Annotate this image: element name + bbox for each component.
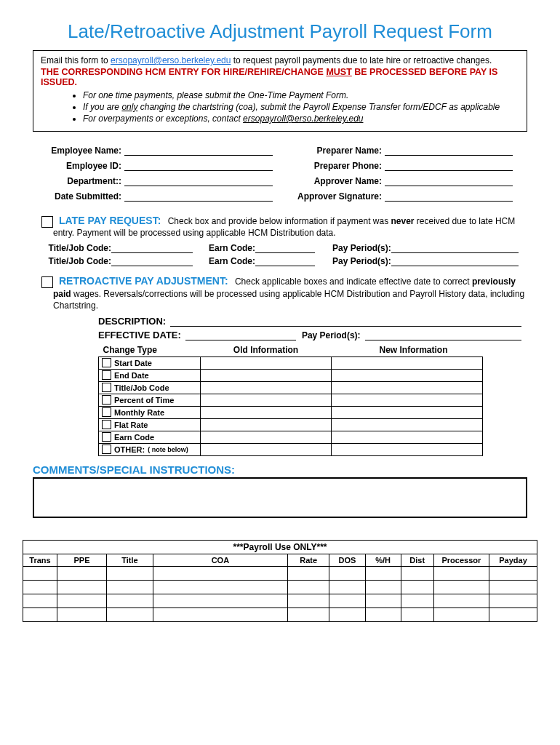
payroll-row[interactable] [23,580,537,594]
col-trans: Trans [23,554,57,566]
bullet-3: For overpayments or exceptions, contact … [83,113,519,124]
retro-pay-label: Pay Period(s): [302,330,361,340]
col-change-type: Change Type [99,343,201,357]
desc-field[interactable] [170,316,521,327]
desc-label: DESCRIPTION: [98,316,166,327]
label-date-sub: Date Submitted: [40,191,124,202]
eff-label: EFFECTIVE DATE: [98,330,181,340]
new-end-date[interactable] [332,369,483,381]
field-emp-name[interactable] [124,145,273,156]
intro-email-link[interactable]: ersopayroll@erso.berkeley.edu [111,55,231,65]
field-prep-name[interactable] [385,145,513,156]
chk-start-date[interactable] [102,358,111,367]
field-appr-name[interactable] [385,175,513,186]
new-other[interactable] [332,443,483,455]
intro-line1: Email this form to ersopayroll@erso.berk… [41,55,519,65]
old-flat[interactable] [201,418,332,431]
col-old-info: Old Information [201,343,332,357]
retro-header: RETROACTIVE PAY ADJUSTMENT: [59,275,228,287]
late-earn-field-1[interactable] [255,244,315,253]
late-title-field-2[interactable] [111,257,193,266]
old-monthly[interactable] [201,406,332,418]
late-pay-section: LATE PAY REQUEST: Check box and provide … [41,215,527,239]
late-pay-field-2[interactable] [391,257,519,266]
row-monthly: Monthly Rate [114,408,164,417]
chk-monthly[interactable] [102,407,111,417]
red-pre: THE CORRESPONDING HCM ENTRY FOR HIRE/REH… [41,67,326,77]
old-title-job[interactable] [201,381,332,394]
field-emp-id[interactable] [124,160,273,171]
chk-end-date[interactable] [102,370,111,380]
old-end-date[interactable] [201,369,332,381]
label-emp-id: Employee ID: [40,161,124,171]
late-title-label-1: Title/Job Code: [40,243,111,253]
retro-section: RETROACTIVE PAY ADJUSTMENT: Check applic… [41,275,527,311]
chk-flat[interactable] [102,420,111,429]
old-earn[interactable] [201,431,332,443]
col-dist: Dist [401,554,433,566]
retro-pay-field[interactable] [365,330,521,340]
chk-percent[interactable] [102,395,111,405]
late-t-bold: never [391,216,414,226]
col-ppe: PPE [57,554,107,566]
late-pay-field-1[interactable] [391,244,519,253]
late-earn-label-1: Earn Code: [209,243,255,253]
chk-title-job[interactable] [102,383,111,392]
retro-t1: Check applicable boxes and indicate effe… [235,276,472,287]
payroll-row[interactable] [23,607,537,621]
intro-post: to request payroll payments due to late … [231,55,492,65]
row-flat: Flat Rate [114,421,148,429]
change-type-table: Change Type Old Information New Informat… [98,343,483,456]
b2-pre: If you are [83,102,121,112]
field-dept[interactable] [124,175,273,186]
chk-other[interactable] [102,445,111,454]
retro-checkbox[interactable] [41,276,53,288]
late-pay-label-2: Pay Period(s): [332,256,391,266]
late-t1: Check box and provide below information … [168,216,391,226]
col-title: Title [107,554,153,566]
comments-box[interactable] [33,477,527,518]
b2-post: changing the chartstring (coa), submit t… [137,102,500,112]
label-prep-phone: Preparer Phone: [280,161,385,171]
new-percent[interactable] [332,394,483,406]
col-dos: DOS [329,554,365,566]
field-prep-phone[interactable] [385,160,513,171]
payroll-row[interactable] [23,594,537,607]
label-emp-name: Employee Name: [40,146,124,156]
eff-field[interactable] [185,330,296,340]
payroll-use-table: ***Payroll Use ONLY*** Trans PPE Title C… [23,540,537,622]
bullet-3-link[interactable]: ersopayroll@erso.berkeley.edu [243,113,363,124]
old-other[interactable] [201,443,332,455]
late-pay-checkbox[interactable] [41,216,53,228]
new-flat[interactable] [332,418,483,431]
payroll-row[interactable] [23,566,537,580]
b2-only: only [121,102,137,112]
label-dept: Department:: [40,176,124,186]
late-pay-header: LATE PAY REQUEST: [59,215,161,226]
field-date-sub[interactable] [124,191,273,202]
new-start-date[interactable] [332,356,483,369]
col-coa: COA [153,554,287,566]
old-percent[interactable] [201,394,332,406]
field-appr-sig[interactable] [385,191,513,202]
new-title-job[interactable] [332,381,483,394]
row-earn: Earn Code [114,433,154,442]
new-monthly[interactable] [332,406,483,418]
intro-red-warning: THE CORRESPONDING HCM ENTRY FOR HIRE/REH… [41,67,519,87]
col-pcth: %/H [365,554,401,566]
new-earn[interactable] [332,431,483,443]
bullet-2: If you are only changing the chartstring… [83,102,519,112]
payroll-header: ***Payroll Use ONLY*** [23,540,537,554]
comments-header: COMMENTS/SPECIAL INSTRUCTIONS: [33,463,527,476]
old-start-date[interactable] [201,356,332,369]
retro-t2: wages. Reversals/corrections will be pro… [53,289,524,311]
row-end-date: End Date [114,371,149,380]
chk-earn[interactable] [102,432,111,442]
late-title-field-1[interactable] [111,244,193,253]
late-pay-label-1: Pay Period(s): [332,243,391,253]
retro-fields: DESCRIPTION: EFFECTIVE DATE: Pay Period(… [98,316,527,340]
col-payday: Payday [489,554,537,566]
intro-pre: Email this form to [41,55,111,65]
col-processor: Processor [433,554,489,566]
late-earn-field-2[interactable] [255,257,315,266]
